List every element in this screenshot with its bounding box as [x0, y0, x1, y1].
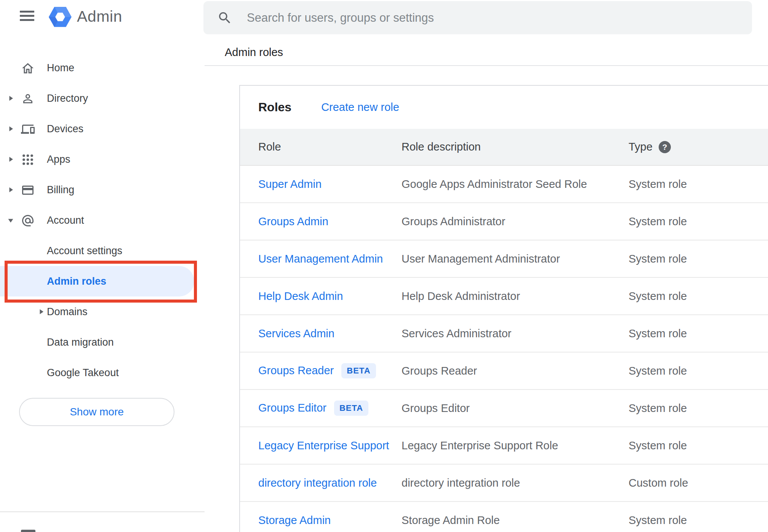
- role-description-cell: directory integration role: [402, 477, 629, 489]
- sidebar-item-label: Apps: [47, 144, 70, 175]
- app-title: Admin: [77, 8, 122, 26]
- create-new-role-link[interactable]: Create new role: [321, 101, 399, 114]
- roles-title: Roles: [258, 100, 291, 114]
- table-row: Groups ReaderBETAGroups ReaderSystem rol…: [240, 353, 768, 390]
- sidebar-item-account-settings[interactable]: Account settings: [0, 236, 194, 266]
- breadcrumb: Admin roles: [225, 46, 283, 59]
- chevron-right-icon[interactable]: [6, 94, 15, 103]
- sidebar-item-label: Domains: [47, 296, 88, 327]
- table-header-row: Role Role description Type ?: [240, 129, 768, 166]
- sidebar-item-label: Google Takeout: [47, 357, 119, 388]
- admin-logo-icon: [49, 7, 72, 27]
- table-body: Super AdminGoogle Apps Administrator See…: [240, 166, 768, 532]
- role-link[interactable]: Groups Editor: [258, 402, 326, 414]
- role-cell: Groups Admin: [240, 215, 402, 228]
- role-cell: Storage Admin: [240, 514, 402, 527]
- search-input[interactable]: [246, 1, 741, 34]
- sidebar-item-label: Account settings: [47, 236, 122, 266]
- role-type-cell: System role: [629, 290, 768, 303]
- role-link[interactable]: Groups Admin: [258, 215, 328, 228]
- at-icon: [21, 214, 35, 228]
- sidebar-item-home[interactable]: Home: [0, 53, 194, 83]
- table-row: directory integration roledirectory inte…: [240, 465, 768, 502]
- role-description-cell: Groups Administrator: [402, 215, 629, 228]
- hamburger-menu-icon[interactable]: [20, 11, 34, 21]
- role-description-cell: User Management Administrator: [402, 253, 629, 265]
- table-row: Legacy Enterprise SupportLegacy Enterpri…: [240, 427, 768, 465]
- role-type-cell: Custom role: [629, 477, 768, 489]
- table-row: Storage AdminStorage Admin RoleSystem ro…: [240, 502, 768, 532]
- beta-badge: BETA: [334, 401, 368, 416]
- sidebar-item-label: Home: [47, 53, 74, 83]
- role-description-cell: Google Apps Administrator Seed Role: [402, 178, 629, 191]
- person-icon: [21, 92, 35, 106]
- home-icon: [21, 61, 35, 75]
- sidebar-divider: [0, 511, 205, 512]
- sidebar-item-label: Account: [47, 205, 84, 236]
- role-link[interactable]: Legacy Enterprise Support: [258, 439, 389, 452]
- role-cell: Groups EditorBETA: [240, 401, 402, 416]
- role-cell: Groups ReaderBETA: [240, 363, 402, 378]
- sidebar-item-google-takeout[interactable]: Google Takeout: [0, 357, 194, 388]
- role-cell: Super Admin: [240, 178, 402, 191]
- role-link[interactable]: Storage Admin: [258, 514, 331, 526]
- chevron-down-icon[interactable]: [6, 216, 15, 225]
- table-row: User Management AdminUser Management Adm…: [240, 240, 768, 278]
- role-type-cell: System role: [629, 365, 768, 377]
- sidebar-item-label: Devices: [47, 114, 83, 144]
- chevron-right-icon[interactable]: [6, 185, 15, 194]
- role-link[interactable]: directory integration role: [258, 477, 377, 489]
- role-link[interactable]: Groups Reader: [258, 364, 334, 377]
- devices-icon: [21, 122, 35, 136]
- sidebar-item-label: Admin roles: [47, 266, 106, 296]
- role-description-cell: Help Desk Administrator: [402, 290, 629, 303]
- sidebar-item-account[interactable]: Account: [0, 205, 194, 236]
- beta-badge: BETA: [341, 363, 376, 378]
- sidebar-item-domains[interactable]: Domains: [0, 296, 194, 327]
- role-cell: Services Admin: [240, 327, 402, 340]
- chevron-right-icon[interactable]: [37, 307, 46, 316]
- sidebar-item-apps[interactable]: Apps: [0, 144, 194, 175]
- roles-card: Roles Create new role Role Role descript…: [239, 85, 768, 532]
- table-row: Help Desk AdminHelp Desk AdministratorSy…: [240, 278, 768, 315]
- role-cell: Help Desk Admin: [240, 290, 402, 303]
- role-link[interactable]: Services Admin: [258, 327, 334, 340]
- role-type-cell: System role: [629, 514, 768, 527]
- sidebar-item-admin-roles[interactable]: Admin roles: [0, 266, 194, 296]
- role-description-cell: Storage Admin Role: [402, 514, 629, 527]
- chevron-right-icon[interactable]: [6, 124, 15, 133]
- column-header-type: Type ?: [629, 141, 768, 153]
- apps-icon: [21, 153, 35, 167]
- column-header-type-label: Type: [629, 141, 653, 153]
- search-bar: [203, 1, 752, 34]
- role-type-cell: System role: [629, 402, 768, 415]
- sidebar: Admin HomeDirectoryDevicesAppsBillingAcc…: [0, 0, 205, 532]
- role-link[interactable]: User Management Admin: [258, 253, 383, 265]
- role-cell: User Management Admin: [240, 253, 402, 265]
- sidebar-item-directory[interactable]: Directory: [0, 83, 194, 114]
- role-description-cell: Groups Reader: [402, 365, 629, 377]
- role-description-cell: Legacy Enterprise Support Role: [402, 439, 629, 452]
- role-description-cell: Groups Editor: [402, 402, 629, 415]
- role-type-cell: System role: [629, 215, 768, 228]
- admin-console-page: { "app": { "title": "Admin" }, "search":…: [0, 0, 768, 532]
- sidebar-item-label: Data migration: [47, 327, 114, 357]
- role-type-cell: System role: [629, 439, 768, 452]
- role-link[interactable]: Super Admin: [258, 178, 322, 190]
- role-cell: Legacy Enterprise Support: [240, 439, 402, 452]
- table-row: Super AdminGoogle Apps Administrator See…: [240, 166, 768, 203]
- column-header-description: Role description: [402, 141, 629, 153]
- sidebar-item-billing[interactable]: Billing: [0, 175, 194, 205]
- sidebar-item-label: Directory: [47, 83, 88, 114]
- role-link[interactable]: Help Desk Admin: [258, 290, 343, 302]
- role-type-cell: System role: [629, 327, 768, 340]
- sidebar-item-data-migration[interactable]: Data migration: [0, 327, 194, 357]
- table-row: Groups AdminGroups AdministratorSystem r…: [240, 203, 768, 240]
- chevron-right-icon[interactable]: [6, 155, 15, 164]
- show-more-button[interactable]: Show more: [19, 398, 174, 426]
- sidebar-item-devices[interactable]: Devices: [0, 114, 194, 144]
- help-icon[interactable]: ?: [659, 141, 671, 153]
- roles-card-header: Roles Create new role: [240, 86, 768, 129]
- table-row: Groups EditorBETAGroups EditorSystem rol…: [240, 390, 768, 427]
- role-cell: directory integration role: [240, 477, 402, 489]
